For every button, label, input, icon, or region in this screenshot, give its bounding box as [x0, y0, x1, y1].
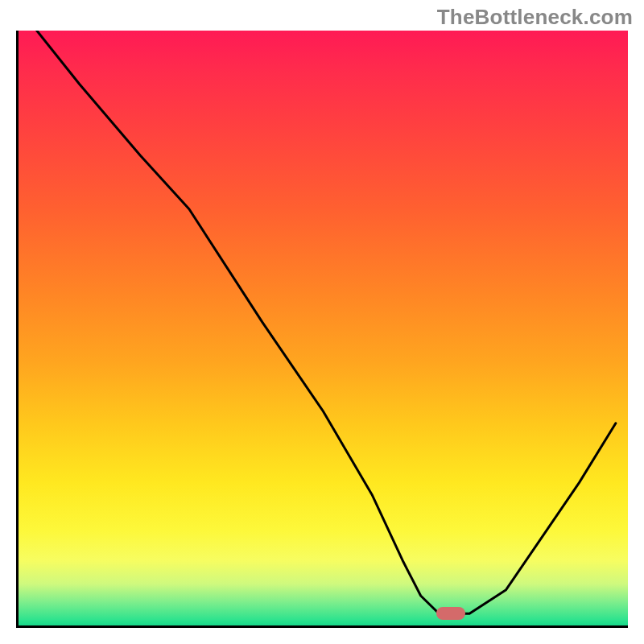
- line-series: [19, 31, 628, 625]
- curve-path: [37, 31, 616, 613]
- plot-area: [16, 31, 628, 628]
- chart-container: TheBottleneck.com: [0, 0, 644, 644]
- optimal-marker: [436, 607, 465, 620]
- watermark-text: TheBottleneck.com: [437, 5, 633, 30]
